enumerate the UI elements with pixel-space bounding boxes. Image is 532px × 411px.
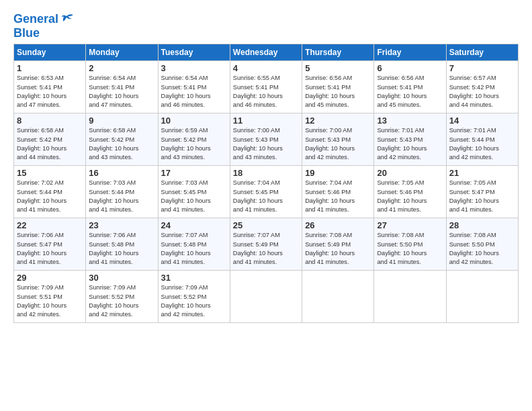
calendar-cell: 26Sunrise: 7:08 AM Sunset: 5:49 PM Dayli…	[302, 218, 374, 271]
cell-info: Sunrise: 7:07 AM Sunset: 5:49 PM Dayligh…	[233, 231, 299, 267]
cell-info: Sunrise: 7:05 AM Sunset: 5:46 PM Dayligh…	[377, 179, 443, 214]
calendar-header-saturday: Saturday	[446, 44, 518, 61]
cell-info: Sunrise: 6:59 AM Sunset: 5:42 PM Dayligh…	[161, 126, 227, 162]
calendar-cell: 4Sunrise: 6:55 AM Sunset: 5:41 PM Daylig…	[230, 61, 302, 113]
day-number: 3	[161, 63, 227, 73]
day-number: 30	[89, 273, 154, 283]
calendar-cell: 20Sunrise: 7:05 AM Sunset: 5:46 PM Dayli…	[374, 166, 446, 218]
calendar-cell: 8Sunrise: 6:58 AM Sunset: 5:42 PM Daylig…	[14, 113, 86, 166]
calendar-header-friday: Friday	[374, 44, 446, 61]
calendar-cell: 25Sunrise: 7:07 AM Sunset: 5:49 PM Dayli…	[230, 218, 302, 271]
day-number: 7	[449, 63, 515, 73]
cell-info: Sunrise: 7:04 AM Sunset: 5:46 PM Dayligh…	[305, 179, 371, 214]
day-number: 15	[17, 168, 83, 178]
cell-info: Sunrise: 7:03 AM Sunset: 5:45 PM Dayligh…	[161, 179, 227, 214]
calendar-cell: 18Sunrise: 7:04 AM Sunset: 5:45 PM Dayli…	[230, 166, 302, 218]
day-number: 5	[305, 63, 371, 73]
cell-info: Sunrise: 6:56 AM Sunset: 5:41 PM Dayligh…	[377, 74, 443, 109]
calendar-cell: 22Sunrise: 7:06 AM Sunset: 5:47 PM Dayli…	[14, 218, 86, 271]
calendar-cell	[302, 271, 374, 323]
day-number: 19	[305, 168, 371, 178]
calendar-cell: 14Sunrise: 7:01 AM Sunset: 5:44 PM Dayli…	[446, 113, 518, 166]
calendar-header-wednesday: Wednesday	[230, 44, 302, 61]
calendar-cell: 6Sunrise: 6:56 AM Sunset: 5:41 PM Daylig…	[374, 61, 446, 113]
day-number: 9	[89, 116, 154, 126]
calendar-cell: 30Sunrise: 7:09 AM Sunset: 5:52 PM Dayli…	[86, 271, 158, 323]
calendar-week-2: 8Sunrise: 6:58 AM Sunset: 5:42 PM Daylig…	[14, 113, 519, 166]
day-number: 8	[17, 116, 83, 126]
cell-info: Sunrise: 7:07 AM Sunset: 5:48 PM Dayligh…	[161, 231, 227, 267]
day-number: 26	[305, 220, 371, 230]
cell-info: Sunrise: 6:53 AM Sunset: 5:41 PM Dayligh…	[17, 74, 83, 109]
day-number: 23	[89, 220, 154, 230]
calendar-week-4: 22Sunrise: 7:06 AM Sunset: 5:47 PM Dayli…	[14, 218, 519, 271]
day-number: 12	[305, 116, 371, 126]
day-number: 20	[377, 168, 443, 178]
calendar-cell: 12Sunrise: 7:00 AM Sunset: 5:43 PM Dayli…	[302, 113, 374, 166]
cell-info: Sunrise: 7:01 AM Sunset: 5:44 PM Dayligh…	[449, 126, 515, 162]
calendar-table: SundayMondayTuesdayWednesdayThursdayFrid…	[13, 44, 519, 323]
calendar-header-tuesday: Tuesday	[158, 44, 230, 61]
calendar-cell: 16Sunrise: 7:03 AM Sunset: 5:44 PM Dayli…	[86, 166, 158, 218]
cell-info: Sunrise: 7:09 AM Sunset: 5:52 PM Dayligh…	[161, 283, 227, 319]
cell-info: Sunrise: 6:54 AM Sunset: 5:41 PM Dayligh…	[89, 74, 154, 109]
cell-info: Sunrise: 7:09 AM Sunset: 5:51 PM Dayligh…	[17, 283, 83, 319]
cell-info: Sunrise: 6:58 AM Sunset: 5:42 PM Dayligh…	[17, 126, 83, 162]
calendar-cell: 27Sunrise: 7:08 AM Sunset: 5:50 PM Dayli…	[374, 218, 446, 271]
cell-info: Sunrise: 7:03 AM Sunset: 5:44 PM Dayligh…	[89, 179, 154, 214]
calendar-cell: 13Sunrise: 7:01 AM Sunset: 5:43 PM Dayli…	[374, 113, 446, 166]
cell-info: Sunrise: 7:06 AM Sunset: 5:47 PM Dayligh…	[17, 231, 83, 267]
calendar-cell: 28Sunrise: 7:08 AM Sunset: 5:50 PM Dayli…	[446, 218, 518, 271]
calendar-cell: 5Sunrise: 6:56 AM Sunset: 5:41 PM Daylig…	[302, 61, 374, 113]
calendar-cell: 29Sunrise: 7:09 AM Sunset: 5:51 PM Dayli…	[14, 271, 86, 323]
calendar-cell: 15Sunrise: 7:02 AM Sunset: 5:44 PM Dayli…	[14, 166, 86, 218]
cell-info: Sunrise: 7:01 AM Sunset: 5:43 PM Dayligh…	[377, 126, 443, 162]
calendar-cell: 7Sunrise: 6:57 AM Sunset: 5:42 PM Daylig…	[446, 61, 518, 113]
cell-info: Sunrise: 7:00 AM Sunset: 5:43 PM Dayligh…	[233, 126, 299, 162]
day-number: 29	[17, 273, 83, 283]
calendar-header-thursday: Thursday	[302, 44, 374, 61]
calendar-cell: 17Sunrise: 7:03 AM Sunset: 5:45 PM Dayli…	[158, 166, 230, 218]
day-number: 13	[377, 116, 443, 126]
day-number: 10	[161, 116, 227, 126]
cell-info: Sunrise: 7:02 AM Sunset: 5:44 PM Dayligh…	[17, 179, 83, 214]
calendar-cell: 3Sunrise: 6:54 AM Sunset: 5:41 PM Daylig…	[158, 61, 230, 113]
cell-info: Sunrise: 7:00 AM Sunset: 5:43 PM Dayligh…	[305, 126, 371, 162]
calendar-cell: 23Sunrise: 7:06 AM Sunset: 5:48 PM Dayli…	[86, 218, 158, 271]
day-number: 21	[449, 168, 515, 178]
cell-info: Sunrise: 6:57 AM Sunset: 5:42 PM Dayligh…	[449, 74, 515, 109]
cell-info: Sunrise: 7:06 AM Sunset: 5:48 PM Dayligh…	[89, 231, 154, 267]
calendar-week-5: 29Sunrise: 7:09 AM Sunset: 5:51 PM Dayli…	[14, 271, 519, 323]
day-number: 14	[449, 116, 515, 126]
calendar-week-3: 15Sunrise: 7:02 AM Sunset: 5:44 PM Dayli…	[14, 166, 519, 218]
cell-info: Sunrise: 7:05 AM Sunset: 5:47 PM Dayligh…	[449, 179, 515, 214]
day-number: 31	[161, 273, 227, 283]
cell-info: Sunrise: 6:58 AM Sunset: 5:42 PM Dayligh…	[89, 126, 154, 162]
calendar-header-monday: Monday	[86, 44, 158, 61]
calendar-cell: 19Sunrise: 7:04 AM Sunset: 5:46 PM Dayli…	[302, 166, 374, 218]
day-number: 17	[161, 168, 227, 178]
day-number: 2	[89, 63, 154, 73]
cell-info: Sunrise: 7:04 AM Sunset: 5:45 PM Dayligh…	[233, 179, 299, 214]
cell-info: Sunrise: 7:08 AM Sunset: 5:50 PM Dayligh…	[377, 231, 443, 267]
calendar-cell	[230, 271, 302, 323]
cell-info: Sunrise: 6:55 AM Sunset: 5:41 PM Dayligh…	[233, 74, 299, 109]
cell-info: Sunrise: 7:09 AM Sunset: 5:52 PM Dayligh…	[89, 283, 154, 319]
day-number: 22	[17, 220, 83, 230]
logo: GeneralBlue	[13, 12, 75, 40]
cell-info: Sunrise: 7:08 AM Sunset: 5:50 PM Dayligh…	[449, 231, 515, 267]
day-number: 18	[233, 168, 299, 178]
day-number: 1	[17, 63, 83, 73]
calendar-header-row: SundayMondayTuesdayWednesdayThursdayFrid…	[14, 44, 519, 61]
calendar-cell	[374, 271, 446, 323]
header: GeneralBlue	[13, 12, 519, 40]
logo-text: GeneralBlue	[13, 12, 58, 40]
day-number: 28	[449, 220, 515, 230]
cell-info: Sunrise: 6:54 AM Sunset: 5:41 PM Dayligh…	[161, 74, 227, 109]
calendar-cell	[446, 271, 518, 323]
day-number: 25	[233, 220, 299, 230]
day-number: 6	[377, 63, 443, 73]
calendar-cell: 2Sunrise: 6:54 AM Sunset: 5:41 PM Daylig…	[86, 61, 158, 113]
day-number: 27	[377, 220, 443, 230]
cell-info: Sunrise: 7:08 AM Sunset: 5:49 PM Dayligh…	[305, 231, 371, 267]
